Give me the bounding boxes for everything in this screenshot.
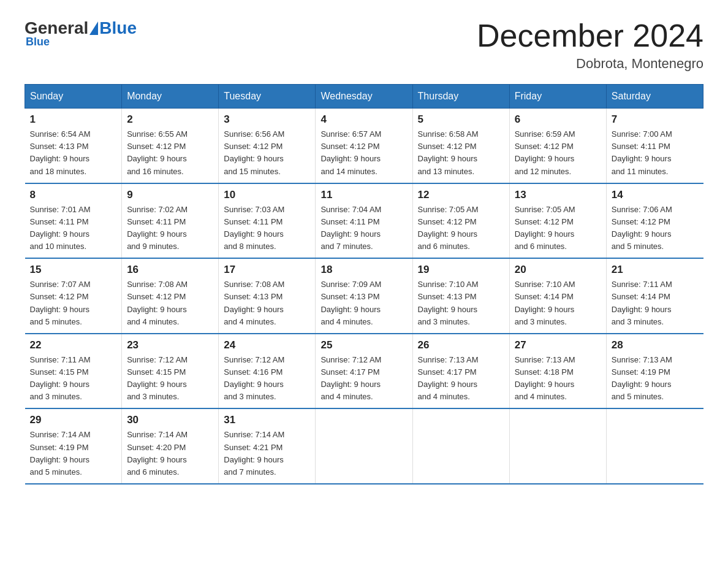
calendar-cell: 15Sunrise: 7:07 AMSunset: 4:12 PMDayligh…: [25, 258, 122, 334]
calendar-cell: 24Sunrise: 7:12 AMSunset: 4:16 PMDayligh…: [219, 334, 316, 409]
calendar-cell: 18Sunrise: 7:09 AMSunset: 4:13 PMDayligh…: [316, 258, 412, 334]
day-info: Sunrise: 7:12 AMSunset: 4:16 PMDaylight:…: [224, 354, 310, 404]
day-info: Sunrise: 6:57 AMSunset: 4:12 PMDaylight:…: [320, 128, 407, 178]
day-number: 5: [418, 113, 504, 126]
header-tuesday: Tuesday: [219, 85, 316, 109]
header-wednesday: Wednesday: [316, 85, 412, 109]
calendar-table: SundayMondayTuesdayWednesdayThursdayFrid…: [25, 84, 703, 484]
day-number: 24: [224, 339, 310, 351]
calendar-header-row: SundayMondayTuesdayWednesdayThursdayFrid…: [25, 85, 703, 109]
calendar-cell: 14Sunrise: 7:06 AMSunset: 4:12 PMDayligh…: [606, 183, 703, 259]
day-info: Sunrise: 7:08 AMSunset: 4:13 PMDaylight:…: [224, 278, 310, 328]
calendar-cell: 16Sunrise: 7:08 AMSunset: 4:12 PMDayligh…: [122, 258, 219, 334]
day-number: 15: [30, 264, 117, 276]
header-monday: Monday: [122, 85, 219, 109]
day-number: 4: [320, 113, 407, 126]
day-number: 9: [127, 189, 213, 201]
day-info: Sunrise: 7:08 AMSunset: 4:12 PMDaylight:…: [127, 278, 213, 328]
calendar-cell: 30Sunrise: 7:14 AMSunset: 4:20 PMDayligh…: [122, 408, 219, 484]
day-number: 20: [515, 264, 601, 276]
day-info: Sunrise: 7:11 AMSunset: 4:15 PMDaylight:…: [30, 354, 117, 404]
day-info: Sunrise: 7:14 AMSunset: 4:21 PMDaylight:…: [224, 429, 310, 478]
title-area: December 2024 Dobrota, Montenegro: [477, 18, 703, 72]
day-info: Sunrise: 7:12 AMSunset: 4:17 PMDaylight:…: [320, 354, 407, 404]
day-number: 28: [612, 339, 699, 351]
month-title: December 2024: [477, 18, 703, 53]
day-info: Sunrise: 7:07 AMSunset: 4:12 PMDaylight:…: [30, 278, 117, 328]
day-info: Sunrise: 7:01 AMSunset: 4:11 PMDaylight:…: [30, 204, 117, 253]
day-number: 18: [320, 264, 407, 276]
day-info: Sunrise: 7:13 AMSunset: 4:18 PMDaylight:…: [515, 354, 601, 404]
day-info: Sunrise: 6:55 AMSunset: 4:12 PMDaylight:…: [127, 128, 213, 178]
day-number: 10: [224, 189, 310, 201]
calendar-cell: 22Sunrise: 7:11 AMSunset: 4:15 PMDayligh…: [25, 334, 122, 409]
day-number: 8: [30, 189, 117, 201]
day-number: 27: [515, 339, 601, 351]
calendar-cell: 25Sunrise: 7:12 AMSunset: 4:17 PMDayligh…: [316, 334, 412, 409]
week-row-1: 1Sunrise: 6:54 AMSunset: 4:13 PMDaylight…: [25, 109, 703, 183]
calendar-cell: 5Sunrise: 6:58 AMSunset: 4:12 PMDaylight…: [412, 109, 509, 183]
day-number: 29: [30, 414, 117, 426]
day-info: Sunrise: 7:14 AMSunset: 4:20 PMDaylight:…: [127, 429, 213, 478]
calendar-cell: 11Sunrise: 7:04 AMSunset: 4:11 PMDayligh…: [316, 183, 412, 259]
header-saturday: Saturday: [606, 85, 703, 109]
day-info: Sunrise: 7:00 AMSunset: 4:11 PMDaylight:…: [612, 128, 699, 178]
day-number: 6: [515, 113, 601, 126]
day-number: 13: [515, 189, 601, 201]
day-info: Sunrise: 7:12 AMSunset: 4:15 PMDaylight:…: [127, 354, 213, 404]
day-number: 17: [224, 264, 310, 276]
week-row-3: 15Sunrise: 7:07 AMSunset: 4:12 PMDayligh…: [25, 258, 703, 334]
day-info: Sunrise: 7:03 AMSunset: 4:11 PMDaylight:…: [224, 204, 310, 253]
logo: General Blue Blue: [25, 18, 137, 48]
page-header: General Blue Blue December 2024 Dobrota,…: [25, 18, 703, 72]
day-number: 19: [418, 264, 504, 276]
calendar-cell: 23Sunrise: 7:12 AMSunset: 4:15 PMDayligh…: [122, 334, 219, 409]
day-number: 2: [127, 113, 213, 126]
day-info: Sunrise: 7:05 AMSunset: 4:12 PMDaylight:…: [418, 204, 504, 253]
day-info: Sunrise: 7:04 AMSunset: 4:11 PMDaylight:…: [320, 204, 407, 253]
day-number: 22: [30, 339, 117, 351]
day-number: 16: [127, 264, 213, 276]
day-number: 26: [418, 339, 504, 351]
calendar-cell: 6Sunrise: 6:59 AMSunset: 4:12 PMDaylight…: [509, 109, 606, 183]
header-thursday: Thursday: [412, 85, 509, 109]
day-info: Sunrise: 6:59 AMSunset: 4:12 PMDaylight:…: [515, 128, 601, 178]
day-info: Sunrise: 7:06 AMSunset: 4:12 PMDaylight:…: [612, 204, 699, 253]
calendar-cell: [316, 408, 412, 484]
day-info: Sunrise: 6:58 AMSunset: 4:12 PMDaylight:…: [418, 128, 504, 178]
header-friday: Friday: [509, 85, 606, 109]
day-number: 23: [127, 339, 213, 351]
day-number: 7: [612, 113, 699, 126]
day-info: Sunrise: 7:09 AMSunset: 4:13 PMDaylight:…: [320, 278, 407, 328]
calendar-cell: 17Sunrise: 7:08 AMSunset: 4:13 PMDayligh…: [219, 258, 316, 334]
header-sunday: Sunday: [25, 85, 122, 109]
day-number: 14: [612, 189, 699, 201]
day-number: 31: [224, 414, 310, 426]
calendar-cell: [412, 408, 509, 484]
calendar-cell: 31Sunrise: 7:14 AMSunset: 4:21 PMDayligh…: [219, 408, 316, 484]
day-info: Sunrise: 7:13 AMSunset: 4:17 PMDaylight:…: [418, 354, 504, 404]
week-row-5: 29Sunrise: 7:14 AMSunset: 4:19 PMDayligh…: [25, 408, 703, 484]
week-row-4: 22Sunrise: 7:11 AMSunset: 4:15 PMDayligh…: [25, 334, 703, 409]
calendar-cell: 13Sunrise: 7:05 AMSunset: 4:12 PMDayligh…: [509, 183, 606, 259]
calendar-cell: 3Sunrise: 6:56 AMSunset: 4:12 PMDaylight…: [219, 109, 316, 183]
location-title: Dobrota, Montenegro: [477, 56, 703, 72]
calendar-cell: 1Sunrise: 6:54 AMSunset: 4:13 PMDaylight…: [25, 109, 122, 183]
day-number: 30: [127, 414, 213, 426]
calendar-cell: 21Sunrise: 7:11 AMSunset: 4:14 PMDayligh…: [606, 258, 703, 334]
day-number: 3: [224, 113, 310, 126]
calendar-cell: 28Sunrise: 7:13 AMSunset: 4:19 PMDayligh…: [606, 334, 703, 409]
calendar-cell: 12Sunrise: 7:05 AMSunset: 4:12 PMDayligh…: [412, 183, 509, 259]
day-info: Sunrise: 7:05 AMSunset: 4:12 PMDaylight:…: [515, 204, 601, 253]
calendar-cell: 2Sunrise: 6:55 AMSunset: 4:12 PMDaylight…: [122, 109, 219, 183]
calendar-cell: [606, 408, 703, 484]
calendar-cell: 9Sunrise: 7:02 AMSunset: 4:11 PMDaylight…: [122, 183, 219, 259]
calendar-cell: 20Sunrise: 7:10 AMSunset: 4:14 PMDayligh…: [509, 258, 606, 334]
calendar-cell: 29Sunrise: 7:14 AMSunset: 4:19 PMDayligh…: [25, 408, 122, 484]
calendar-cell: 26Sunrise: 7:13 AMSunset: 4:17 PMDayligh…: [412, 334, 509, 409]
week-row-2: 8Sunrise: 7:01 AMSunset: 4:11 PMDaylight…: [25, 183, 703, 259]
day-number: 21: [612, 264, 699, 276]
day-number: 12: [418, 189, 504, 201]
day-number: 11: [320, 189, 407, 201]
day-info: Sunrise: 7:02 AMSunset: 4:11 PMDaylight:…: [127, 204, 213, 253]
